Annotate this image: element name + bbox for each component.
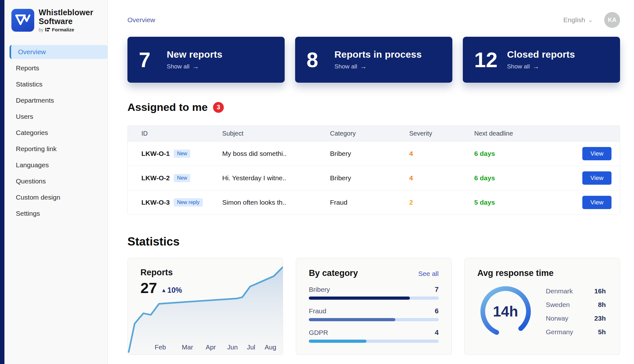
- response-row: Denmark16h: [546, 287, 606, 295]
- breadcrumb: Overview: [127, 16, 155, 24]
- by-category-panel: By category See all Bribery7Fraud6GDPR4: [296, 258, 451, 355]
- category-label-row: Bribery7: [309, 285, 438, 294]
- avg-response-title: Avg response time: [477, 268, 608, 278]
- avatar[interactable]: KA: [604, 12, 620, 28]
- show-all-label: Show all: [507, 63, 530, 70]
- assigned-count-badge: 3: [213, 102, 224, 113]
- category-bars: Bribery7Fraud6GDPR4: [309, 285, 438, 343]
- summary-card-count: 7: [139, 49, 157, 70]
- country-label: Sweden: [546, 301, 570, 309]
- sidebar-item-settings[interactable]: Settings: [4, 207, 107, 220]
- formalize-icon: [45, 28, 50, 32]
- column-header: Subject: [222, 130, 330, 137]
- summary-card-title: Closed reports: [507, 49, 575, 60]
- view-button[interactable]: View: [582, 147, 611, 160]
- column-header: Severity: [409, 130, 474, 137]
- category-bar-track: [309, 318, 438, 321]
- x-tick-label: Jun: [227, 343, 238, 351]
- brand[interactable]: WhistleblowerSoftware by Formalize: [4, 0, 107, 38]
- category-bar-fill: [309, 340, 366, 343]
- summary-card-count: 8: [307, 49, 325, 70]
- sidebar-item-reporting-link[interactable]: Reporting link: [4, 142, 107, 156]
- brand-byline: by Formalize: [39, 27, 93, 32]
- gauge-center-value: 14h: [477, 283, 534, 340]
- report-id-cell: LKW-O-1New: [141, 150, 222, 158]
- response-row: Germany5h: [546, 328, 606, 336]
- show-all-link[interactable]: Show all→: [167, 63, 223, 70]
- country-value: 5h: [598, 328, 606, 336]
- category-bar-fill: [309, 297, 410, 300]
- see-all-link[interactable]: See all: [418, 270, 438, 278]
- reports-chart-title: Reports: [140, 268, 283, 278]
- report-id: LKW-O-3: [141, 199, 170, 206]
- show-all-link[interactable]: Show all→: [334, 63, 422, 70]
- column-header: Next deadline: [474, 130, 579, 137]
- report-id: LKW-O-1: [141, 150, 170, 157]
- country-label: Germany: [546, 328, 573, 336]
- topbar: Overview English ⌄ KA: [127, 0, 620, 28]
- subject-cell: Hi. Yesterday I witne..: [222, 174, 330, 182]
- assigned-section: Assigned to me 3 IDSubjectCategorySeveri…: [127, 101, 620, 215]
- severity-cell: 4: [409, 174, 474, 182]
- summary-card-title: New reports: [167, 49, 223, 60]
- category-bar-row: Bribery7: [309, 285, 438, 300]
- sidebar-item-custom-design[interactable]: Custom design: [4, 190, 107, 204]
- subject-cell: Simon often looks th..: [222, 199, 330, 206]
- left-accent-strip: [0, 0, 4, 364]
- language-label: English: [563, 16, 585, 24]
- country-value: 23h: [594, 315, 606, 322]
- show-all-label: Show all: [334, 63, 357, 70]
- reports-chart-panel: FebMarAprJunJulAug Reports 27 ▲ 10%: [127, 258, 283, 355]
- x-tick-label: Aug: [265, 343, 276, 351]
- category-label-row: GDPR4: [309, 329, 438, 337]
- sidebar-item-categories[interactable]: Categories: [4, 126, 107, 140]
- statistics-title: Statistics: [127, 235, 620, 248]
- sidebar-item-departments[interactable]: Departments: [4, 93, 107, 107]
- deadline-cell: 6 days: [474, 174, 579, 182]
- report-id-cell: LKW-O-2New: [141, 174, 222, 182]
- category-value: 7: [435, 285, 438, 294]
- summary-card-2: 12Closed reportsShow all→: [463, 37, 620, 83]
- language-selector[interactable]: English ⌄: [563, 16, 593, 24]
- show-all-link[interactable]: Show all→: [507, 63, 575, 70]
- sidebar-item-reports[interactable]: Reports: [4, 61, 107, 75]
- category-label: GDPR: [309, 329, 328, 336]
- avg-response-panel: Avg response time: [464, 258, 620, 355]
- sidebar-item-languages[interactable]: Languages: [4, 158, 107, 172]
- category-bar-track: [309, 340, 438, 343]
- table-row: LKW-O-3New replySimon often looks th..Fr…: [128, 190, 620, 214]
- summary-cards: 7New reportsShow all→8Reports in process…: [127, 37, 620, 83]
- column-header: Category: [330, 130, 409, 137]
- view-button[interactable]: View: [582, 171, 611, 185]
- assigned-table: IDSubjectCategorySeverityNext deadlineLK…: [127, 125, 620, 215]
- country-label: Denmark: [546, 287, 573, 295]
- status-badge: New reply: [174, 198, 203, 207]
- brand-name: WhistleblowerSoftware: [39, 8, 93, 26]
- sidebar: WhistleblowerSoftware by Formalize Overv…: [4, 0, 108, 364]
- country-value: 16h: [594, 287, 606, 295]
- brand-text: WhistleblowerSoftware by Formalize: [39, 8, 93, 32]
- sidebar-item-statistics[interactable]: Statistics: [4, 77, 107, 91]
- summary-card-body: New reportsShow all→: [167, 49, 223, 70]
- view-button[interactable]: View: [582, 196, 611, 209]
- sidebar-item-users[interactable]: Users: [4, 110, 107, 124]
- category-bar-row: GDPR4: [309, 329, 438, 343]
- summary-card-count: 12: [474, 49, 497, 70]
- sidebar-nav: OverviewReportsStatisticsDepartmentsUser…: [4, 45, 107, 220]
- response-gauge: 14h: [477, 283, 534, 340]
- sidebar-item-overview[interactable]: Overview: [10, 45, 107, 59]
- category-label: Bribery: [309, 286, 330, 293]
- category-label-row: Fraud6: [309, 307, 438, 315]
- up-triangle-icon: ▲: [161, 287, 166, 294]
- arrow-right-icon: →: [192, 63, 199, 70]
- brand-logo-icon: [11, 9, 34, 32]
- sidebar-item-questions[interactable]: Questions: [4, 174, 107, 188]
- x-tick-label: Jul: [247, 343, 255, 351]
- deadline-cell: 6 days: [474, 150, 579, 157]
- by-category-title: By category: [309, 268, 358, 278]
- response-row: Sweden8h: [546, 301, 606, 309]
- country-value: 8h: [598, 301, 606, 309]
- summary-card-title: Reports in process: [334, 49, 422, 60]
- summary-card-body: Reports in processShow all→: [334, 49, 422, 70]
- x-tick-label: Apr: [206, 343, 216, 351]
